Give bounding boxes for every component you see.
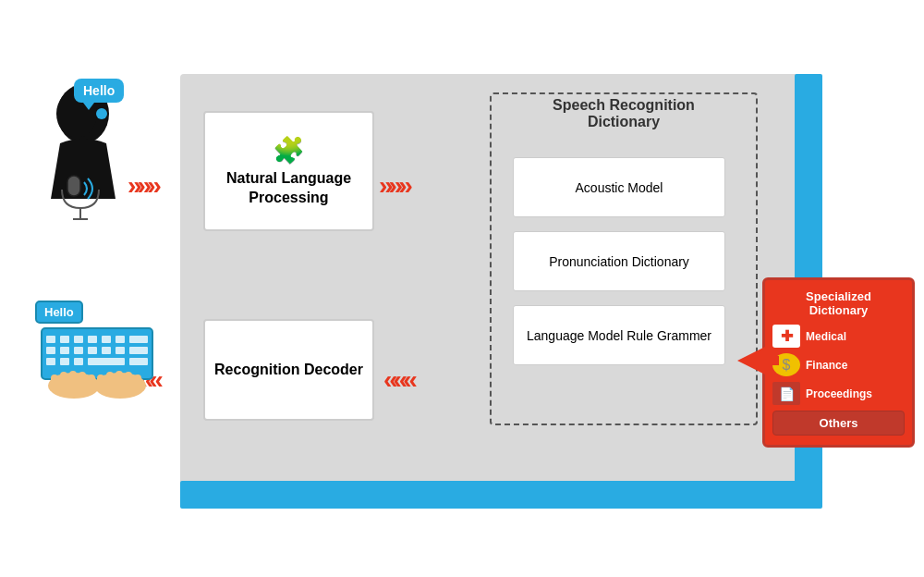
specialized-dict-title: SpecializedDictionary [772,289,905,317]
svg-rect-24 [88,358,125,365]
svg-rect-21 [46,358,55,365]
medical-label: Medical [806,330,846,343]
finance-label: Finance [806,359,847,372]
others-button: Others [772,411,905,436]
speech-bubble: Hello [74,79,124,103]
svg-rect-7 [46,336,55,343]
svg-rect-11 [102,336,111,343]
acoustic-model-box: Acoustic Model [513,157,725,217]
svg-rect-12 [116,336,125,343]
arrow-nlp-to-srd: »»» [379,171,408,201]
svg-rect-37 [134,374,141,388]
svg-rect-33 [97,374,104,388]
svg-rect-32 [88,374,95,388]
svg-rect-34 [106,372,114,388]
svg-rect-10 [88,336,97,343]
svg-rect-18 [102,347,111,354]
nlp-label: Natural Language Processing [205,169,372,208]
arrow-srd-to-decoder: ««« [383,365,413,395]
decoder-label: Recognition Decoder [214,361,363,380]
svg-rect-20 [129,347,148,354]
svg-rect-8 [60,336,69,343]
srd-title: Speech RecognitionDictionary [494,97,753,130]
medical-item: ✚ Medical [772,325,905,348]
language-model-box: Language Model Rule Grammer [513,305,725,365]
puzzle-icon: 🧩 [273,135,305,166]
specialized-dictionary-popup: SpecializedDictionary ✚ Medical $ Financ… [762,277,915,448]
svg-point-2 [96,108,107,119]
svg-marker-38 [737,347,779,374]
proceedings-item: 📄 Proceedings [772,382,905,405]
svg-rect-30 [69,371,77,388]
pronunciation-dictionary-box: Pronunciation Dictionary [513,231,725,291]
svg-rect-36 [125,372,132,388]
svg-rect-35 [116,371,123,388]
arrow-person-to-nlp: »»» [128,171,157,201]
svg-rect-31 [79,372,86,388]
medical-icon: ✚ [772,325,800,348]
svg-rect-15 [60,347,69,354]
svg-rect-14 [46,347,55,354]
svg-rect-19 [116,347,125,354]
svg-rect-28 [51,374,58,388]
dict-pointer-arrow [737,347,779,378]
svg-rect-16 [74,347,83,354]
svg-rect-22 [60,358,69,365]
proceedings-label: Proceedings [806,387,872,400]
svg-rect-3 [67,176,80,196]
svg-rect-29 [60,372,67,388]
keyboard-icon [32,310,152,393]
finance-item: $ Finance [772,353,905,376]
svg-rect-25 [129,358,148,365]
blue-bottom-bar [180,481,822,509]
svg-rect-17 [88,347,97,354]
svg-rect-13 [129,336,148,343]
decoder-box: Recognition Decoder [203,319,374,421]
proceedings-icon: 📄 [772,382,800,405]
diagram-container: Hello »»» 🧩 Natural Language Processing … [18,28,906,546]
nlp-box: 🧩 Natural Language Processing [203,111,374,231]
svg-rect-23 [74,358,83,365]
svg-rect-9 [74,336,83,343]
